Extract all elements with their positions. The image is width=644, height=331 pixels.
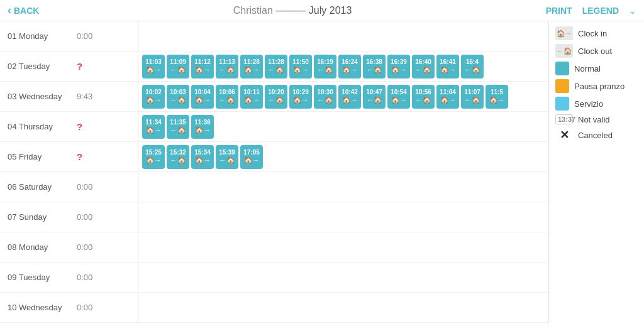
pausa-swatch: [555, 79, 569, 93]
day-row: 02 Tuesday?: [0, 52, 138, 82]
time-block[interactable]: 15:32←🏠: [167, 145, 189, 169]
time-block[interactable]: 11:28🏠→: [240, 55, 263, 79]
time-block[interactable]: 10:20←🏠: [265, 85, 287, 109]
day-list: 01 Monday0:0002 Tuesday?03 Wednesday9:43…: [0, 21, 138, 323]
time-block[interactable]: 10:30←🏠: [314, 85, 336, 109]
header-title: Christian ——— July 2013: [39, 5, 545, 16]
legend-panel: 🏠→ Clock in ←🏠 Clock out Normal Pausa pr…: [548, 21, 644, 323]
servizio-swatch: [555, 97, 569, 111]
header: ‹ BACK Christian ——— July 2013 PRINT LEG…: [0, 0, 644, 21]
not-valid-label: Not valid: [578, 115, 610, 124]
time-block[interactable]: 10:29🏠→: [289, 85, 312, 109]
time-block[interactable]: 11:09←🏠: [167, 55, 189, 79]
day-time: 0:00: [77, 31, 92, 41]
time-block[interactable]: 10:54🏠→: [387, 85, 410, 109]
timeline-row-empty: [138, 232, 548, 263]
back-arrow-icon: ‹: [8, 4, 11, 17]
header-right: PRINT LEGEND ⌄: [546, 6, 636, 16]
canceled-x-icon: ✕: [555, 128, 573, 142]
time-block[interactable]: 16:40←🏠: [412, 55, 435, 79]
time-block[interactable]: 10:47←🏠: [363, 85, 386, 109]
time-block[interactable]: 15:34🏠→: [191, 145, 214, 169]
time-block[interactable]: 11:34🏠→: [142, 115, 165, 139]
time-block[interactable]: 11:07←🏠: [461, 85, 484, 109]
normal-label: Normal: [574, 64, 601, 73]
title-separator: ———: [275, 5, 308, 16]
time-block[interactable]: 11:04🏠→: [436, 85, 459, 109]
time-block[interactable]: 11:03🏠→: [142, 55, 165, 79]
clock-in-label: Clock in: [578, 29, 607, 38]
legend-normal: Normal: [555, 62, 638, 75]
time-block[interactable]: 15:25🏠→: [142, 145, 165, 169]
day-row: 09 Tuesday0:00: [0, 263, 138, 293]
time-block[interactable]: 16:41🏠→: [436, 55, 459, 79]
time-block[interactable]: 10:02🏠→: [142, 85, 165, 109]
day-row: 04 Thursday?: [0, 112, 138, 142]
day-name: 02 Tuesday: [8, 62, 77, 71]
timeline[interactable]: 11:03🏠→11:09←🏠11:12🏠→11:13←🏠11:28🏠→11:28…: [138, 21, 548, 323]
day-name: 09 Tuesday: [8, 273, 77, 282]
time-block[interactable]: 15:39←🏠: [216, 145, 238, 169]
time-block[interactable]: 11:35←🏠: [167, 115, 189, 139]
legend-clock-in: 🏠→ Clock in: [555, 26, 638, 40]
legend-button[interactable]: LEGEND: [582, 6, 619, 16]
day-row: 03 Wednesday9:43: [0, 82, 138, 112]
day-row: 10 Wednesday0:00: [0, 293, 138, 323]
day-name: 04 Thursday: [8, 122, 77, 131]
time-block[interactable]: 16:38←🏠: [363, 55, 386, 79]
day-name: 10 Wednesday: [8, 303, 77, 312]
time-block[interactable]: 10:42🏠→: [338, 85, 361, 109]
day-name: 08 Monday: [8, 242, 77, 252]
time-block[interactable]: 16:19←🏠: [314, 55, 336, 79]
normal-swatch: [555, 62, 569, 75]
day-time: ?: [77, 61, 82, 72]
time-block[interactable]: 10:06←🏠: [216, 85, 238, 109]
legend-not-valid: 13:37 Not valid: [555, 114, 638, 124]
time-block[interactable]: 11:12🏠→: [191, 55, 214, 79]
day-time: 0:00: [77, 242, 92, 252]
timeline-row-empty: [138, 293, 548, 323]
time-block[interactable]: 16:24🏠→: [338, 55, 361, 79]
day-time: 0:00: [77, 273, 92, 282]
timeline-row-empty: [138, 202, 548, 232]
time-block[interactable]: 10:11🏠→: [240, 85, 263, 109]
pausa-label: Pausa pranzo: [574, 82, 625, 91]
time-block[interactable]: 16:39🏠→: [387, 55, 410, 79]
day-name: 01 Monday: [8, 31, 77, 41]
day-time: ?: [77, 151, 82, 162]
print-button[interactable]: PRINT: [546, 6, 572, 16]
day-time: 0:00: [77, 182, 92, 192]
main-content: 01 Monday0:0002 Tuesday?03 Wednesday9:43…: [0, 21, 644, 323]
time-block[interactable]: 11:28←🏠: [265, 55, 287, 79]
time-block[interactable]: 11:36🏠→: [191, 115, 214, 139]
day-name: 07 Sunday: [8, 212, 77, 222]
time-block[interactable]: 10:04🏠→: [191, 85, 214, 109]
day-name: 05 Friday: [8, 152, 77, 161]
day-row: 01 Monday0:00: [0, 21, 138, 52]
time-block[interactable]: 11:50🏠→: [289, 55, 312, 79]
canceled-label: Canceled: [578, 131, 613, 140]
day-name: 03 Wednesday: [8, 92, 77, 101]
not-valid-time: 13:37: [555, 114, 573, 124]
day-name: 06 Saturday: [8, 182, 77, 192]
back-button[interactable]: ‹ BACK: [8, 4, 39, 17]
time-block[interactable]: 10:56←🏠: [412, 85, 435, 109]
time-block[interactable]: 10:03←🏠: [167, 85, 189, 109]
time-block[interactable]: 16:4←🏠: [461, 55, 484, 79]
legend-clock-out: ←🏠 Clock out: [555, 44, 638, 58]
timeline-row-empty: [138, 172, 548, 202]
time-block[interactable]: 17:05🏠→: [240, 145, 263, 169]
day-row: 07 Sunday0:00: [0, 202, 138, 232]
time-block[interactable]: 11:5🏠→: [486, 85, 508, 109]
employee-name: Christian: [233, 5, 273, 16]
clock-out-icon: ←🏠: [555, 44, 573, 58]
timeline-row: 11:03🏠→11:09←🏠11:12🏠→11:13←🏠11:28🏠→11:28…: [138, 52, 548, 82]
legend-pausa: Pausa pranzo: [555, 79, 638, 93]
timeline-row-empty: [138, 21, 548, 52]
legend-chevron-icon[interactable]: ⌄: [629, 6, 636, 16]
time-block[interactable]: 11:13←🏠: [216, 55, 238, 79]
back-label: BACK: [14, 6, 39, 16]
day-time: 0:00: [77, 303, 92, 312]
clock-out-label: Clock out: [578, 46, 612, 56]
timeline-row-empty: [138, 263, 548, 293]
